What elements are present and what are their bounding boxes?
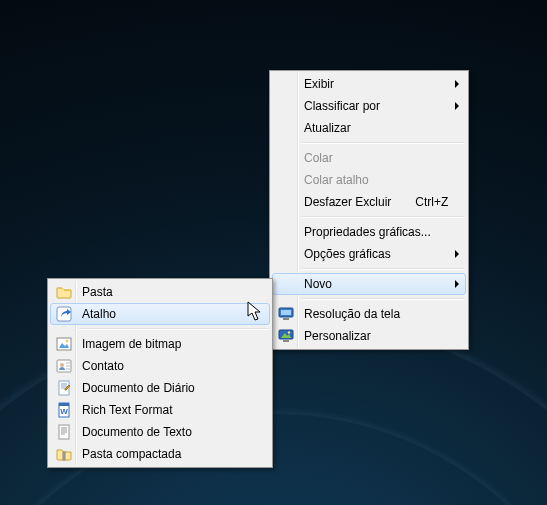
submenu-arrow-icon	[455, 250, 459, 258]
word-icon: W	[51, 399, 76, 421]
menu-item-label: Rich Text Format	[76, 403, 251, 417]
svg-rect-8	[57, 338, 71, 350]
submenu-arrow-icon	[455, 102, 459, 110]
menu-item-refresh[interactable]: Atualizar	[272, 117, 466, 139]
menu-item-screen-resolution[interactable]: Resolução da tela	[272, 303, 466, 325]
menu-item-label: Atalho	[76, 307, 251, 321]
submenu-item-journal[interactable]: Documento de Diário	[50, 377, 270, 399]
blank-icon	[273, 95, 298, 117]
svg-point-5	[287, 331, 289, 333]
menu-item-paste: Colar	[272, 147, 466, 169]
menu-item-label: Propriedades gráficas...	[298, 225, 447, 239]
menu-item-label: Contato	[76, 359, 251, 373]
blank-icon	[273, 169, 298, 191]
menu-separator	[301, 298, 464, 300]
menu-item-undo-delete[interactable]: Desfazer Excluir Ctrl+Z	[272, 191, 466, 213]
desktop-context-menu[interactable]: Exibir Classificar por Atualizar Colar C…	[269, 70, 469, 350]
zip-folder-icon	[51, 443, 76, 465]
journal-icon	[51, 377, 76, 399]
menu-item-label: Novo	[298, 277, 447, 291]
submenu-item-contact[interactable]: Contato	[50, 355, 270, 377]
blank-icon	[273, 273, 298, 295]
blank-icon	[273, 243, 298, 265]
submenu-item-rtf[interactable]: W Rich Text Format	[50, 399, 270, 421]
folder-icon	[51, 281, 76, 303]
menu-item-label: Opções gráficas	[298, 247, 447, 261]
monitor-icon	[273, 303, 298, 325]
submenu-item-bitmap[interactable]: Imagem de bitmap	[50, 333, 270, 355]
menu-item-label: Colar	[298, 151, 447, 165]
svg-point-12	[60, 363, 64, 367]
menu-item-personalize[interactable]: Personalizar	[272, 325, 466, 347]
menu-item-label: Documento de Diário	[76, 381, 251, 395]
menu-item-label: Exibir	[298, 77, 447, 91]
menu-separator	[301, 268, 464, 270]
menu-item-view[interactable]: Exibir	[272, 73, 466, 95]
menu-item-label: Imagem de bitmap	[76, 337, 251, 351]
menu-item-new[interactable]: Novo	[272, 273, 466, 295]
menu-item-paste-shortcut: Colar atalho	[272, 169, 466, 191]
menu-item-label: Desfazer Excluir	[298, 195, 391, 209]
blank-icon	[273, 221, 298, 243]
menu-item-label: Atualizar	[298, 121, 447, 135]
svg-rect-6	[283, 340, 289, 342]
svg-rect-21	[59, 403, 69, 406]
blank-icon	[273, 117, 298, 139]
blank-icon	[273, 191, 298, 213]
submenu-item-folder[interactable]: Pasta	[50, 281, 270, 303]
menu-item-label: Personalizar	[298, 329, 447, 343]
submenu-arrow-icon	[455, 80, 459, 88]
menu-item-graphics-properties[interactable]: Propriedades gráficas...	[272, 221, 466, 243]
menu-item-label: Resolução da tela	[298, 307, 447, 321]
submenu-arrow-icon	[455, 280, 459, 288]
contact-icon	[51, 355, 76, 377]
submenu-item-shortcut[interactable]: Atalho	[50, 303, 270, 325]
personalize-icon	[273, 325, 298, 347]
menu-item-label: Documento de Texto	[76, 425, 251, 439]
shortcut-icon	[51, 303, 76, 325]
blank-icon	[273, 147, 298, 169]
svg-rect-2	[283, 318, 289, 320]
menu-item-graphics-options[interactable]: Opções gráficas	[272, 243, 466, 265]
menu-item-shortcut: Ctrl+Z	[391, 195, 448, 209]
menu-item-sort-by[interactable]: Classificar por	[272, 95, 466, 117]
bitmap-icon	[51, 333, 76, 355]
submenu-item-compressed-folder[interactable]: Pasta compactada	[50, 443, 270, 465]
svg-rect-1	[281, 310, 291, 315]
svg-rect-7	[57, 307, 71, 321]
text-file-icon	[51, 421, 76, 443]
svg-text:W: W	[60, 407, 68, 416]
menu-separator	[301, 216, 464, 218]
blank-icon	[273, 73, 298, 95]
menu-separator	[301, 142, 464, 144]
menu-item-label: Colar atalho	[298, 173, 447, 187]
new-submenu[interactable]: Pasta Atalho Imagem de bitmap Contato Do…	[47, 278, 273, 468]
menu-separator	[79, 328, 268, 330]
menu-item-label: Classificar por	[298, 99, 447, 113]
svg-point-10	[65, 340, 68, 343]
menu-item-label: Pasta	[76, 285, 251, 299]
menu-item-label: Pasta compactada	[76, 447, 251, 461]
submenu-item-text-document[interactable]: Documento de Texto	[50, 421, 270, 443]
